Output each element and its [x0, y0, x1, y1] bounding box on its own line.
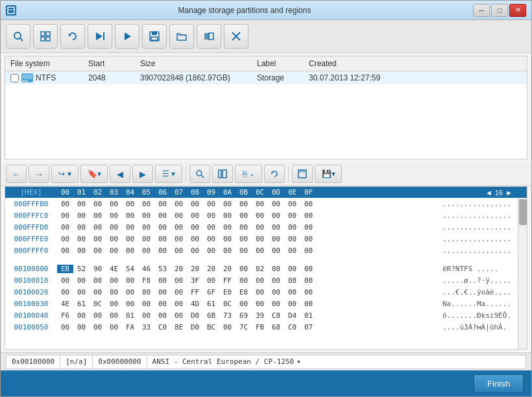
hex-byte[interactable]: 00 — [268, 235, 284, 243]
hex-byte[interactable]: 00 — [106, 223, 122, 232]
scrollbar[interactable] — [518, 198, 527, 349]
hex-byte[interactable]: 00 — [219, 235, 236, 243]
hex-byte[interactable]: 00 — [187, 247, 203, 255]
hex-byte[interactable]: FF — [187, 288, 203, 296]
hex-byte[interactable]: 02 — [252, 265, 268, 273]
hex-byte[interactable]: 00 — [203, 211, 219, 220]
next-block-button[interactable]: ▶ — [132, 165, 153, 183]
hex-byte[interactable]: 00 — [284, 200, 300, 208]
hex-byte[interactable]: 6B — [203, 311, 219, 320]
hex-byte[interactable]: 00 — [138, 223, 154, 232]
table-row[interactable]: 001000304E610C00000000004D610C0000000000… — [5, 298, 518, 309]
hex-byte[interactable]: 00 — [203, 276, 219, 285]
table-row[interactable]: 001000100000000000F800003F00FF0000000800… — [5, 274, 518, 286]
hex-byte[interactable]: 00 — [236, 265, 252, 273]
hex-byte[interactable]: 0C — [90, 300, 106, 308]
hex-byte[interactable]: 00 — [90, 288, 106, 296]
next-button[interactable] — [88, 24, 112, 49]
hex-byte[interactable]: 00 — [171, 311, 187, 320]
nav-prev[interactable]: ◄ — [485, 189, 492, 197]
open-button[interactable] — [169, 24, 194, 49]
hex-byte[interactable]: 20 — [203, 265, 219, 273]
maximize-button[interactable]: □ — [491, 4, 508, 17]
hex-byte[interactable]: C0 — [284, 323, 300, 331]
hex-byte[interactable]: 00 — [236, 235, 252, 243]
hex-byte[interactable]: 00 — [154, 211, 171, 220]
refresh-button[interactable] — [60, 24, 85, 49]
template-button[interactable] — [292, 165, 313, 183]
table-row[interactable]: 001000200000008000800000FF6FE0E800000000… — [5, 286, 518, 298]
hex-byte[interactable]: 00 — [122, 235, 138, 243]
hex-byte[interactable]: 00 — [268, 200, 284, 208]
hex-byte[interactable]: 00 — [138, 200, 154, 208]
hex-byte[interactable]: 00 — [252, 223, 268, 232]
hex-byte[interactable]: 00 — [236, 223, 252, 232]
hex-byte[interactable]: 46 — [138, 265, 154, 273]
hex-byte[interactable]: F6 — [57, 311, 73, 320]
menu-button[interactable]: ☰ ▾ — [155, 165, 182, 183]
save-hex-button[interactable]: 💾▾ — [315, 165, 342, 183]
hex-byte[interactable]: 00 — [219, 247, 236, 255]
hex-byte[interactable]: 00 — [57, 247, 73, 255]
hex-byte[interactable]: 00 — [219, 211, 236, 220]
hex-byte[interactable]: 00 — [171, 211, 187, 220]
columns-button[interactable] — [212, 165, 233, 183]
hex-byte[interactable]: 00 — [268, 300, 284, 308]
hex-byte[interactable]: F8 — [138, 276, 154, 285]
hex-byte[interactable]: 00 — [138, 235, 154, 243]
table-row[interactable]: 000FFFB000000000000000000000000000000000… — [5, 198, 518, 210]
table-row[interactable]: 000FFFC000000000000000000000000000000000… — [5, 210, 518, 221]
hex-byte[interactable]: 00 — [300, 276, 317, 285]
hex-byte[interactable]: 00 — [284, 247, 300, 255]
hex-byte[interactable]: 00 — [300, 247, 317, 255]
hex-byte[interactable]: C8 — [268, 311, 284, 320]
hex-byte[interactable]: 00 — [154, 276, 171, 285]
hex-byte[interactable]: 00 — [236, 247, 252, 255]
hex-byte[interactable]: 00 — [138, 300, 154, 308]
hex-byte[interactable]: 00 — [73, 276, 90, 285]
hex-byte[interactable]: 00 — [171, 300, 187, 308]
history-button[interactable]: ↪ ▾ — [51, 165, 79, 183]
hex-byte[interactable]: 00 — [106, 323, 122, 331]
hex-byte[interactable]: 00 — [73, 235, 90, 243]
hex-byte[interactable]: 00 — [284, 211, 300, 220]
hex-byte[interactable]: 00 — [90, 200, 106, 208]
hex-byte[interactable]: 00 — [284, 300, 300, 308]
close-tool-button[interactable] — [224, 24, 248, 49]
hex-byte[interactable]: 00 — [73, 223, 90, 232]
hex-byte[interactable]: 00 — [106, 276, 122, 285]
hex-byte[interactable]: 00 — [57, 200, 73, 208]
hex-byte[interactable]: 00 — [284, 223, 300, 232]
hex-byte[interactable]: 00 — [187, 200, 203, 208]
hex-byte[interactable]: 00 — [252, 247, 268, 255]
hex-byte[interactable]: 00 — [138, 247, 154, 255]
hex-byte[interactable]: 52 — [73, 265, 90, 273]
hex-byte[interactable]: 00 — [252, 288, 268, 296]
hex-byte[interactable]: EB — [57, 265, 73, 273]
hex-byte[interactable]: D4 — [284, 311, 300, 320]
hex-byte[interactable]: 20 — [187, 265, 203, 273]
hex-byte[interactable]: 3F — [187, 276, 203, 285]
hex-search-button[interactable] — [189, 165, 210, 183]
hex-byte[interactable]: 00 — [284, 265, 300, 273]
table-row[interactable]: 000FFFE000000000000000000000000000000000… — [5, 233, 518, 245]
hex-byte[interactable]: D0 — [187, 311, 203, 320]
hex-byte[interactable]: 00 — [300, 288, 317, 296]
hex-byte[interactable]: 00 — [284, 235, 300, 243]
hex-byte[interactable]: 00 — [219, 223, 236, 232]
hex-byte[interactable]: 8E — [171, 323, 187, 331]
close-button[interactable]: ✕ — [509, 4, 526, 17]
hex-main[interactable]: 000FFFB000000000000000000000000000000000… — [5, 198, 518, 349]
hex-byte[interactable]: 00 — [154, 300, 171, 308]
hex-byte[interactable]: 00 — [154, 247, 171, 255]
hex-byte[interactable]: 00 — [236, 276, 252, 285]
hex-byte[interactable]: 00 — [122, 211, 138, 220]
hex-byte[interactable]: 00 — [73, 247, 90, 255]
hex-byte[interactable]: 90 — [90, 265, 106, 273]
hex-byte[interactable]: 00 — [57, 211, 73, 220]
hex-byte[interactable]: 00 — [106, 200, 122, 208]
hex-byte[interactable]: FA — [122, 323, 138, 331]
hex-byte[interactable]: 08 — [268, 265, 284, 273]
hex-byte[interactable]: 00 — [122, 223, 138, 232]
hex-byte[interactable]: 00 — [171, 200, 187, 208]
